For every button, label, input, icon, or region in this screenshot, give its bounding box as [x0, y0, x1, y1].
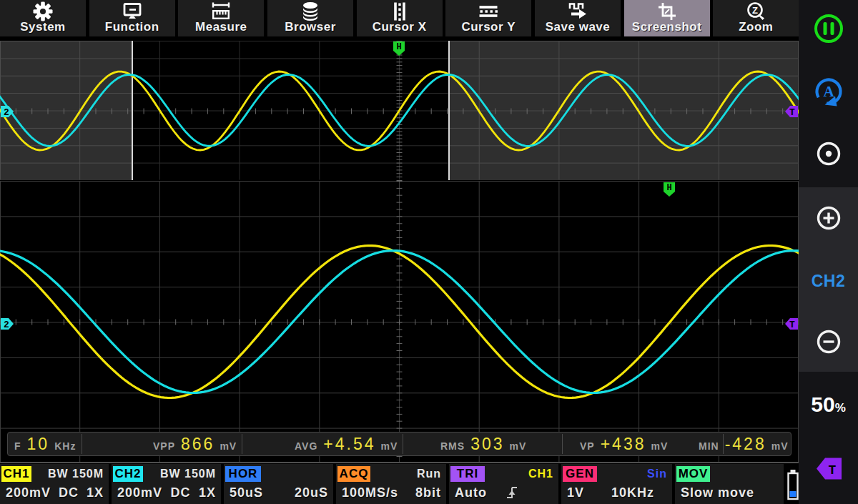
svg-text:A: A [823, 83, 834, 100]
svg-text:2: 2 [4, 107, 9, 118]
svg-text:2: 2 [4, 320, 9, 330]
svg-text:Z: Z [752, 5, 758, 16]
svg-text:H: H [396, 42, 401, 52]
svg-text:T: T [829, 463, 837, 478]
svg-text:T: T [789, 107, 795, 118]
svg-text:T: T [789, 320, 795, 330]
svg-text:H: H [666, 183, 671, 193]
